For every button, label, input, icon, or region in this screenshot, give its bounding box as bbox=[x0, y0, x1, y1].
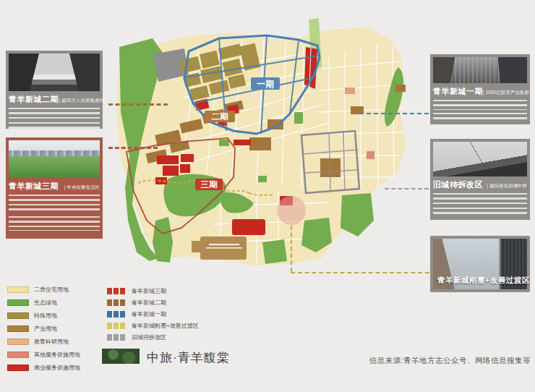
legend-row: 青羊新城一期 bbox=[107, 310, 199, 318]
connector-transition-vertical bbox=[291, 226, 292, 272]
phase3-photo bbox=[9, 140, 100, 178]
badge-phase2: 二期 bbox=[205, 111, 235, 122]
panel-phase2: 青羊新城二期 |超20万人高密聚居区 bbox=[6, 51, 103, 129]
phase2-photo bbox=[9, 54, 100, 91]
panel-subtitle: 亟待改造的城中村 bbox=[489, 183, 527, 188]
legend-row: 其他服务设施用地 bbox=[7, 351, 80, 358]
legend-swatch bbox=[7, 338, 29, 345]
legend-row: 产业用地 bbox=[7, 325, 80, 332]
panel-title: 旧城待拆改区 bbox=[433, 179, 483, 190]
panel-caption: 青羊新城刚需+改善过渡区 bbox=[437, 276, 530, 286]
badge-phase1: 一期 bbox=[251, 77, 280, 90]
legend-row: 旧城待拆改区 bbox=[107, 333, 199, 341]
badge-phase3: 三期 bbox=[195, 179, 223, 190]
connector-transition-horizontal bbox=[291, 272, 429, 273]
body-text-lines bbox=[433, 208, 527, 216]
legend-row: 特殊用地 bbox=[7, 312, 80, 319]
body-text-lines bbox=[433, 100, 527, 110]
body-text-lines bbox=[9, 108, 100, 119]
legend-swatch-dashed bbox=[107, 288, 127, 294]
connector-phase3 bbox=[108, 147, 158, 149]
panel-title: 青羊新城三期 bbox=[9, 181, 59, 192]
legend-swatch-dashed bbox=[107, 311, 127, 318]
legend-swatch-dashed bbox=[107, 323, 127, 329]
legend-row: 青羊新城二期 bbox=[107, 299, 199, 306]
legend-swatch-dashed bbox=[107, 334, 127, 341]
connector-oldtown bbox=[385, 188, 429, 189]
panel-subtitle: 超20万人高密聚居区 bbox=[61, 98, 104, 103]
legend-row: 青羊新城三期 bbox=[107, 287, 199, 294]
source-note: 信息来源:青羊地方志公众号、网络信息搜集等 bbox=[369, 356, 531, 366]
legend-landuse: 二类住宅用地 生态绿地 特殊用地 产业用地 教育科研用地 其他服务设施用地 商业… bbox=[7, 286, 80, 377]
title-divider: | bbox=[64, 184, 66, 189]
brand-logo-image bbox=[102, 349, 140, 364]
legend-row: 商业服务设施用地 bbox=[7, 364, 80, 371]
title-divider: | bbox=[487, 183, 488, 188]
connector-phase2 bbox=[108, 103, 168, 106]
panel-phase3: 青羊新城三期 |中央轻奢生活区 bbox=[6, 137, 103, 239]
panel-title: 青羊新城二期 bbox=[9, 94, 59, 105]
phase1-photo bbox=[433, 57, 527, 83]
legend-swatch bbox=[7, 325, 29, 332]
brand-logo-text: 中旅·青羊馥棠 bbox=[147, 349, 230, 366]
connector-phase1 bbox=[359, 113, 429, 114]
panel-transition: 青羊新城刚需+改善过渡区 bbox=[430, 236, 530, 292]
legend-row: 青羊新城刚需+改善过渡区 bbox=[107, 322, 199, 329]
poster: 一期 二期 三期 青羊新城二期 |超20万人高密聚居区 青羊新城三期 |中央轻奢… bbox=[0, 0, 535, 392]
legend-swatch bbox=[7, 312, 29, 319]
body-text-lines bbox=[9, 122, 100, 129]
panel-oldtown: 旧城待拆改区 |亟待改造的城中村 bbox=[430, 139, 530, 220]
legend-row: 二类住宅用地 bbox=[7, 286, 80, 293]
body-text-lines bbox=[433, 193, 527, 205]
legend-swatch bbox=[7, 351, 29, 358]
panel-phase1: 青羊新城一期 |1000亿航空产业集群 bbox=[430, 54, 530, 124]
legend-swatch bbox=[7, 365, 29, 371]
panel-subtitle: 中央轻奢生活区 bbox=[67, 184, 100, 189]
panel-subtitle: 1000亿航空产业集群 bbox=[486, 90, 529, 95]
title-divider: | bbox=[59, 98, 60, 103]
body-text-lines bbox=[433, 113, 527, 122]
transition-zone-circle bbox=[277, 196, 306, 225]
title-divider: | bbox=[483, 90, 484, 95]
legend-swatch bbox=[7, 286, 29, 293]
svg-text:一期: 一期 bbox=[257, 79, 274, 89]
body-text-lines bbox=[9, 195, 100, 213]
svg-text:三期: 三期 bbox=[201, 180, 218, 189]
panel-title: 青羊新城一期 bbox=[433, 86, 483, 97]
body-text-lines bbox=[9, 216, 100, 231]
legend-districts: 青羊新城三期 青羊新城二期 青羊新城一期 青羊新城刚需+改善过渡区 旧城待拆改区 bbox=[107, 287, 199, 345]
legend-row: 生态绿地 bbox=[7, 299, 80, 306]
oldtown-photo bbox=[433, 142, 527, 176]
legend-swatch-dashed bbox=[107, 299, 127, 306]
legend-swatch bbox=[7, 299, 29, 306]
master-plan-map: 一期 二期 三期 bbox=[112, 4, 434, 287]
legend-row: 教育科研用地 bbox=[7, 338, 80, 345]
svg-text:二期: 二期 bbox=[212, 112, 229, 121]
